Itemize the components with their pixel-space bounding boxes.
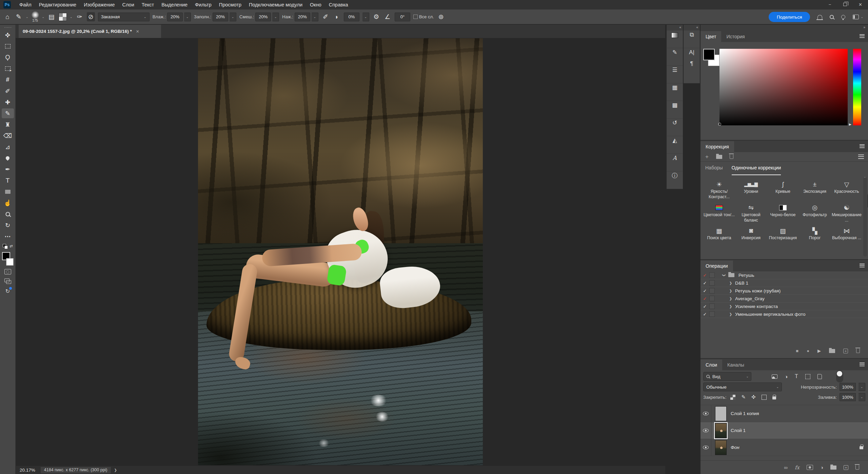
tab-layers[interactable]: Слои [701,359,722,370]
pressure-icon[interactable]: ⊚ [437,13,445,21]
filter-smart-objects-icon[interactable] [817,374,822,379]
opacity-chevron-icon[interactable]: ⌄ [859,383,865,391]
flow-input[interactable]: 20% [295,13,310,21]
action-toggle-check-icon[interactable]: ✓ [701,288,709,293]
document-close-icon[interactable]: ✕ [136,29,139,34]
adjustment-exposure[interactable]: ±Экспозиция [799,180,831,200]
smoothing-chevron-icon[interactable]: ⌄ [362,13,369,21]
load-chevron-icon[interactable]: ⌄ [230,13,236,21]
brush-settings-panel-button[interactable]: ✎ [667,48,683,66]
lock-transparency-icon[interactable] [730,395,735,400]
action-row[interactable]: ✓ ❯ Average_Gray [701,295,868,303]
new-action-set-icon[interactable] [829,349,835,353]
discover-lightbulb-icon[interactable] [841,15,845,19]
lock-position-icon[interactable]: ✜ [751,394,756,400]
new-layer-icon[interactable]: + [844,465,848,470]
document-tab[interactable]: 09-08-2024 1557-2.jpg @ 20,2% (Слой 1, R… [19,25,161,38]
background-color-swatch[interactable] [6,258,14,266]
restore-button[interactable] [837,0,853,9]
action-toggle-check-icon[interactable]: ✓ [701,273,709,278]
menu-help[interactable]: Справка [325,0,352,9]
flow-chevron-icon[interactable]: ⌄ [312,13,318,21]
load-input[interactable]: 20% [213,13,228,21]
healing-brush-tool[interactable]: ✚ [0,97,16,108]
menu-type[interactable]: Текст [138,0,158,9]
action-dialog-checkbox[interactable] [709,296,715,301]
brush-settings-toggle-icon[interactable]: ▤ [47,13,56,21]
mixer-combination-select[interactable]: Заказная⌄ [98,13,150,21]
action-dialog-checkbox[interactable] [709,288,715,293]
smoothing-input[interactable]: 0% [344,13,359,21]
adjustments-scrollbar[interactable] [863,177,867,256]
layer-name[interactable]: Слой 1 копия [731,411,759,416]
layer-name[interactable]: Фон [731,445,739,450]
symmetry-icon[interactable]: ◗ [333,13,341,21]
tab-channels[interactable]: Каналы [722,359,749,370]
menu-filter[interactable]: Фильтр [191,0,215,9]
action-row[interactable]: ✓ ❯ Ретушь кожи (грубая) [701,287,868,295]
mixer-brush-tool[interactable]: ✎ [0,108,16,119]
character-paragraph-panel-button[interactable]: A| ¶ [684,48,700,83]
dock-collapse-icon[interactable]: » [701,25,868,30]
brush-picker-chevron-icon[interactable]: ⌄ [42,15,45,19]
new-adjustment-layer-icon[interactable]: ◑ [820,465,823,470]
swap-colors-icon[interactable]: ⇄ [9,244,13,248]
current-load-swatch[interactable] [59,13,67,21]
gradients-panel-button[interactable] [667,30,683,48]
lock-artboard-icon[interactable] [762,395,767,400]
blend-mode-select[interactable]: Обычные ⌄ [703,383,782,391]
status-options-chevron-icon[interactable]: ❯ [114,468,117,472]
add-layer-mask-icon[interactable] [807,465,813,470]
menu-window[interactable]: Окно [306,0,325,9]
tab-presets[interactable]: Наборы [705,165,723,175]
marquee-tool[interactable] [0,41,16,52]
stop-icon[interactable]: ■ [796,348,798,353]
action-row[interactable]: ✓ ❯ D&B 1 [701,279,868,287]
mix-chevron-icon[interactable]: ⌄ [272,13,279,21]
layer-visibility-cell[interactable] [701,405,711,422]
minimize-button[interactable]: − [822,0,837,9]
adjustment-vibrance[interactable]: ▽Красочность [831,180,863,200]
action-expand-icon[interactable]: ❯ [722,273,726,277]
menu-view[interactable]: Просмотр [215,0,245,9]
layer-thumbnail[interactable] [715,423,727,438]
fill-input[interactable]: 100% [840,393,856,401]
strip-right-collapse-icon[interactable]: « [684,25,700,30]
action-toggle-check-icon[interactable]: ✓ [701,304,709,309]
adjustment-threshold[interactable]: ▚Порог [799,226,831,241]
tab-adjustments[interactable]: Коррекция [701,141,734,152]
tab-actions[interactable]: Операции [701,261,733,271]
layer-row[interactable]: Слой 1 копия [701,405,868,422]
menu-image[interactable]: Изображение [80,0,118,9]
share-button[interactable]: Поделиться [769,12,810,22]
play-icon[interactable]: ▶ [817,348,821,353]
tab-single-adjustments[interactable]: Одиночные коррекции [732,165,781,175]
info-panel-button[interactable]: ⓘ [667,171,683,189]
quick-mask-button[interactable] [4,269,11,274]
layer-visibility-cell[interactable] [701,422,711,439]
adjustment-selective-color[interactable]: ⋈Выборочная ... [831,226,863,241]
opacity-input[interactable]: 100% [840,383,856,391]
canvas-photo[interactable] [198,38,483,465]
blur-tool[interactable] [0,152,16,164]
action-row[interactable]: ✓ ❯ Усиление контраста [701,303,868,310]
layers-panel-menu-icon[interactable] [860,363,865,366]
adjustment-invert[interactable]: ◙Инверсия [735,226,767,241]
airbrush-icon[interactable]: ✐ [321,13,330,21]
wet-chevron-icon[interactable]: ⌄ [184,13,191,21]
lock-all-icon[interactable] [772,396,776,399]
adjustment-curves[interactable]: ʃКривые [767,180,799,200]
delete-layer-icon[interactable] [855,465,859,470]
layer-thumbnail[interactable] [715,406,727,421]
history-panel-button[interactable]: ↺ [667,119,683,136]
zoom-level-field[interactable]: 20.17% [20,468,35,473]
action-expand-icon[interactable]: ❯ [726,281,735,285]
fill-chevron-icon[interactable]: ⌄ [859,393,865,401]
adjustment-photo-filter[interactable]: ◎Фотофильтр [799,203,831,223]
canvas-pasteboard[interactable] [16,38,665,466]
background-lock-icon[interactable] [860,445,863,451]
edit-toolbar-button[interactable]: ⋯ [0,231,16,242]
filter-pixel-layers-icon[interactable] [772,374,777,379]
sample-all-layers-field[interactable]: Все сл. [413,14,434,19]
action-expand-icon[interactable]: ❯ [726,305,735,308]
